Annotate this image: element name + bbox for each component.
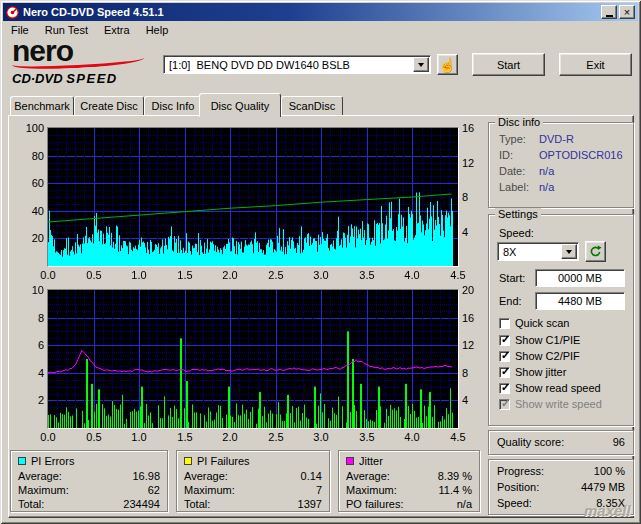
tab-scandisc[interactable]: ScanDisc bbox=[281, 96, 343, 115]
checkbox-icon bbox=[499, 318, 510, 329]
axis-tick-label: 3.5 bbox=[355, 269, 379, 281]
axis-tick-label: 1.5 bbox=[173, 269, 197, 281]
drive-hand-button[interactable]: ☝ bbox=[437, 54, 458, 75]
minimize-icon bbox=[606, 15, 613, 17]
exit-button[interactable]: Exit bbox=[559, 53, 632, 76]
stat-label: Average: bbox=[346, 469, 390, 483]
drive-selector[interactable]: [1:0] BENQ DVD DD DW1640 BSLB bbox=[163, 55, 431, 74]
settings-group: Settings Speed: 8X Start: 0000 MB End: 4… bbox=[488, 214, 634, 426]
drive-dropdown-arrow[interactable] bbox=[413, 57, 429, 72]
checkbox-icon bbox=[499, 335, 510, 346]
disc-info-group: Disc info Type:DVD-R ID:OPTODISCR016 Dat… bbox=[488, 122, 634, 208]
axis-tick-label: 6 bbox=[18, 339, 44, 351]
axis-tick-label: 20 bbox=[18, 232, 44, 244]
tab-label: ScanDisc bbox=[289, 100, 335, 112]
progress-value: 100 % bbox=[594, 465, 625, 477]
checkbox-show-jitter[interactable]: Show jitter bbox=[499, 366, 566, 378]
position-value: 4479 MB bbox=[581, 481, 625, 493]
speed-label: Speed: bbox=[499, 227, 534, 239]
checkbox-icon bbox=[499, 383, 510, 394]
axis-tick-label: 8 bbox=[18, 312, 44, 324]
checkbox-icon bbox=[499, 367, 510, 378]
stat-value: 234494 bbox=[123, 497, 160, 511]
drive-selector-value: [1:0] BENQ DVD DD DW1640 BSLB bbox=[169, 59, 350, 71]
speed-select[interactable]: 8X bbox=[497, 242, 579, 261]
close-icon: × bbox=[624, 7, 630, 17]
start-mb-field[interactable]: 0000 MB bbox=[535, 269, 625, 287]
hand-icon: ☝ bbox=[439, 58, 456, 72]
checkbox-show-write-speed: Show write speed bbox=[499, 398, 602, 410]
menu-help[interactable]: Help bbox=[138, 23, 177, 37]
checkbox-icon bbox=[499, 351, 510, 362]
pi-errors-title: PI Errors bbox=[31, 455, 74, 467]
tab-label: Benchmark bbox=[14, 100, 70, 112]
exit-button-label: Exit bbox=[586, 59, 604, 71]
axis-tick-label: 20 bbox=[462, 284, 482, 296]
axis-tick-label: 0.0 bbox=[36, 431, 60, 443]
logo-speed: SPEED bbox=[66, 71, 118, 86]
stat-value: 62 bbox=[148, 483, 160, 497]
stat-label: Maximum: bbox=[184, 483, 235, 497]
pi-failures-jitter-chart bbox=[47, 289, 459, 429]
quality-score-label: Quality score: bbox=[497, 436, 564, 448]
axis-tick-label: 2.5 bbox=[264, 431, 288, 443]
checkbox-quick-scan[interactable]: Quick scan bbox=[499, 317, 569, 329]
tab-label: Disc Info bbox=[152, 100, 195, 112]
stat-value: 11.4 % bbox=[439, 483, 472, 497]
axis-tick-label: 12 bbox=[462, 339, 482, 351]
tab-create-disc[interactable]: Create Disc bbox=[74, 96, 144, 115]
minimize-button[interactable] bbox=[601, 5, 617, 19]
menu-run-test[interactable]: Run Test bbox=[37, 23, 96, 37]
logo-cddvd: CD·DVD bbox=[12, 71, 63, 86]
axis-tick-label: 8 bbox=[462, 191, 482, 203]
tab-disc-info[interactable]: Disc Info bbox=[144, 96, 202, 115]
axis-tick-label: 1.0 bbox=[127, 431, 151, 443]
jitter-title: Jitter bbox=[359, 455, 383, 467]
stat-label: Total: bbox=[184, 497, 210, 511]
start-mb-label: Start: bbox=[499, 272, 525, 284]
pi-errors-chart bbox=[47, 127, 459, 267]
axis-tick-label: 60 bbox=[18, 177, 44, 189]
checkbox-show-read-speed[interactable]: Show read speed bbox=[499, 382, 601, 394]
start-button-label: Start bbox=[497, 59, 520, 71]
refresh-icon bbox=[589, 245, 602, 258]
tab-disc-quality[interactable]: Disc Quality bbox=[199, 93, 281, 117]
axis-tick-label: 16 bbox=[462, 312, 482, 324]
tab-label: Create Disc bbox=[80, 100, 137, 112]
speed-dropdown-arrow[interactable] bbox=[561, 244, 577, 259]
checkbox-show-c1-pie[interactable]: Show C1/PIE bbox=[499, 334, 580, 346]
chevron-down-icon bbox=[418, 63, 424, 67]
pi-failures-title: PI Failures bbox=[197, 455, 250, 467]
checkbox-icon bbox=[499, 399, 510, 410]
speed-select-value: 8X bbox=[503, 246, 516, 258]
axis-tick-label: 40 bbox=[18, 205, 44, 217]
checkbox-show-c2-pif[interactable]: Show C2/PIF bbox=[499, 350, 580, 362]
stat-value: 8.39 % bbox=[438, 469, 472, 483]
stat-label: Maximum: bbox=[18, 483, 69, 497]
quality-score-value: 96 bbox=[613, 436, 625, 448]
menu-file[interactable]: File bbox=[3, 23, 37, 37]
close-button[interactable]: × bbox=[619, 5, 635, 19]
stat-value: 0.14 bbox=[301, 469, 322, 483]
axis-tick-label: 2 bbox=[18, 394, 44, 406]
axis-tick-label: 1.5 bbox=[173, 431, 197, 443]
tab-benchmark[interactable]: Benchmark bbox=[10, 96, 74, 115]
disc-id-value: OPTODISCR016 bbox=[539, 149, 623, 161]
end-mb-field[interactable]: 4480 MB bbox=[535, 292, 625, 310]
end-mb-label: End: bbox=[499, 295, 522, 307]
position-label: Position: bbox=[497, 481, 539, 493]
app-icon bbox=[6, 6, 19, 19]
title-bar[interactable]: Nero CD-DVD Speed 4.51.1 × bbox=[3, 3, 638, 21]
axis-tick-label: 16 bbox=[462, 122, 482, 134]
menu-extra[interactable]: Extra bbox=[96, 23, 138, 37]
start-button[interactable]: Start bbox=[472, 53, 545, 76]
nero-logo-product: CD·DVD SPEED bbox=[12, 71, 162, 86]
axis-tick-label: 0.0 bbox=[36, 269, 60, 281]
axis-tick-label: 4 bbox=[462, 226, 482, 238]
checkbox-label: Show jitter bbox=[515, 366, 566, 378]
refresh-speed-button[interactable] bbox=[585, 241, 606, 262]
axis-tick-label: 3.0 bbox=[309, 431, 333, 443]
checkbox-label: Show write speed bbox=[515, 398, 602, 410]
stat-label: PO failures: bbox=[346, 497, 403, 511]
axis-tick-label: 8 bbox=[462, 367, 482, 379]
